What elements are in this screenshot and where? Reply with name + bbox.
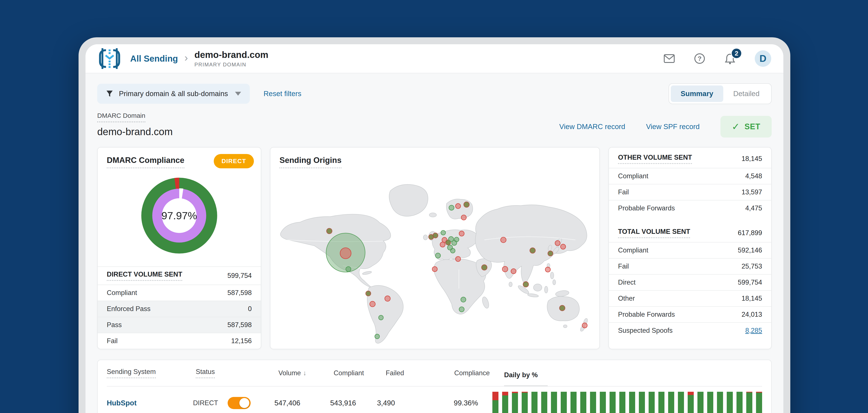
daily-bar[interactable] xyxy=(541,392,547,413)
row-label: Fail xyxy=(107,337,118,345)
direct-volume-label: DIRECT VOLUME SENT xyxy=(107,271,182,281)
map-dot[interactable] xyxy=(555,241,560,246)
tab-detailed[interactable]: Detailed xyxy=(723,86,770,102)
daily-bar[interactable] xyxy=(512,392,518,413)
daily-bar[interactable] xyxy=(502,392,508,413)
col-compliance[interactable]: Compliance xyxy=(404,369,490,377)
map-dot[interactable] xyxy=(441,230,445,235)
daily-bar[interactable] xyxy=(668,392,674,413)
direct-volume-header: DIRECT VOLUME SENT 599,754 xyxy=(98,266,261,285)
map-dot[interactable] xyxy=(511,269,516,274)
daily-bar[interactable] xyxy=(717,392,723,413)
col-compliant[interactable]: Compliant xyxy=(306,369,364,377)
map-dot[interactable] xyxy=(582,323,587,328)
daily-bar[interactable] xyxy=(629,392,635,413)
status-toggle[interactable] xyxy=(228,397,251,409)
map-dot[interactable] xyxy=(327,228,332,233)
col-failed[interactable]: Failed xyxy=(364,369,404,377)
daily-bar[interactable] xyxy=(570,392,577,413)
table-row: Compliant587,598 xyxy=(98,285,261,300)
daily-bar[interactable] xyxy=(492,392,498,413)
map-dot[interactable] xyxy=(454,237,459,242)
map-dot[interactable] xyxy=(523,282,528,287)
map-dot[interactable] xyxy=(385,296,390,301)
map-dot[interactable] xyxy=(456,256,461,261)
map-dot[interactable] xyxy=(482,265,487,270)
avatar[interactable]: D xyxy=(755,50,771,67)
map-dot[interactable] xyxy=(346,266,351,272)
daily-bar[interactable] xyxy=(522,392,528,413)
map-dot[interactable] xyxy=(375,334,379,339)
breadcrumb-all-sending[interactable]: All Sending xyxy=(130,54,178,64)
status-label: DIRECT xyxy=(193,399,218,407)
map-dot[interactable] xyxy=(459,231,464,236)
map-dot[interactable] xyxy=(456,203,461,209)
daily-bar[interactable] xyxy=(746,392,752,413)
notification-badge[interactable]: 2 xyxy=(731,48,742,59)
map-dot[interactable] xyxy=(433,233,438,238)
bell-icon[interactable]: 2 xyxy=(724,53,736,64)
daily-bar[interactable] xyxy=(678,392,684,413)
map-dot[interactable] xyxy=(451,248,455,253)
mail-icon[interactable] xyxy=(663,53,675,64)
chevron-down-icon xyxy=(235,92,241,96)
map-dot[interactable] xyxy=(461,297,466,302)
daily-bar[interactable] xyxy=(698,392,704,413)
world-map[interactable] xyxy=(270,168,599,349)
map-dot[interactable] xyxy=(545,267,550,272)
map-dot[interactable] xyxy=(502,266,508,272)
daily-bar[interactable] xyxy=(688,392,694,413)
daily-bar[interactable] xyxy=(619,392,625,413)
map-dot[interactable] xyxy=(379,315,383,320)
map-dot[interactable] xyxy=(435,253,440,258)
domain-filter-dropdown[interactable]: Primary domain & all sub-domains xyxy=(97,84,250,104)
dmarc-set-button[interactable]: ✓ SET xyxy=(720,116,772,137)
daily-bar[interactable] xyxy=(649,392,655,413)
row-label: Pass xyxy=(107,321,122,329)
row-value: 18,145 xyxy=(742,294,762,303)
daily-bar[interactable] xyxy=(756,392,762,413)
daily-bars-chart[interactable] xyxy=(492,386,762,413)
map-dot[interactable] xyxy=(370,301,375,307)
map-dot[interactable] xyxy=(340,248,351,259)
daily-bar[interactable] xyxy=(639,392,645,413)
map-dot[interactable] xyxy=(559,306,565,311)
map-dot[interactable] xyxy=(461,215,466,220)
map-dot[interactable] xyxy=(560,244,565,249)
sending-system-link[interactable]: HubSpot xyxy=(107,399,193,407)
map-dot[interactable] xyxy=(432,266,437,272)
map-dot[interactable] xyxy=(440,242,445,247)
map-dot[interactable] xyxy=(366,291,371,296)
map-dot[interactable] xyxy=(459,307,464,312)
table-row: Enforced Pass0 xyxy=(98,300,261,317)
map-dot[interactable] xyxy=(449,205,454,210)
daily-bar[interactable] xyxy=(561,392,567,413)
map-dot[interactable] xyxy=(548,251,553,256)
tab-summary[interactable]: Summary xyxy=(671,86,723,102)
daily-bar[interactable] xyxy=(658,392,664,413)
compliance-donut-chart[interactable]: 97.97% xyxy=(137,173,222,258)
map-dot[interactable] xyxy=(464,202,469,207)
daily-bar[interactable] xyxy=(610,392,616,413)
daily-bar[interactable] xyxy=(707,392,713,413)
daily-bar[interactable] xyxy=(580,392,586,413)
col-status[interactable]: Status xyxy=(196,368,215,378)
reset-filters-link[interactable]: Reset filters xyxy=(264,90,302,98)
daily-bar[interactable] xyxy=(551,392,557,413)
total-volume-label: TOTAL VOLUME SENT xyxy=(618,228,690,238)
suspected-spoofs-link[interactable]: 8,285 xyxy=(745,327,762,335)
map-dot[interactable] xyxy=(501,237,506,243)
dmarcian-logo[interactable] xyxy=(98,48,122,69)
help-icon[interactable]: ? xyxy=(694,53,705,64)
view-spf-record-link[interactable]: View SPF record xyxy=(646,123,700,131)
daily-bar[interactable] xyxy=(737,392,743,413)
table-row: Pass587,598 xyxy=(98,317,261,333)
daily-bar[interactable] xyxy=(727,392,733,413)
col-sending-system[interactable]: Sending System xyxy=(107,368,156,378)
view-dmarc-record-link[interactable]: View DMARC record xyxy=(559,123,625,131)
daily-bar[interactable] xyxy=(590,392,596,413)
daily-bar[interactable] xyxy=(600,392,606,413)
daily-bar[interactable] xyxy=(531,392,537,413)
col-volume[interactable]: Volume↓ xyxy=(263,369,306,377)
map-dot[interactable] xyxy=(530,248,535,253)
